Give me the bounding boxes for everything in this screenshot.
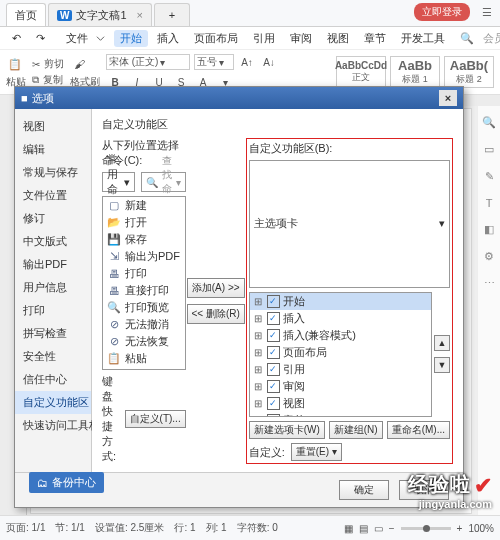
expand-icon[interactable]: ⊞ [254, 347, 264, 358]
more-icon[interactable]: ⋯ [484, 277, 495, 290]
menu-insert[interactable]: 插入 [151, 30, 185, 47]
command-item[interactable]: ⊘无法撤消 [103, 316, 185, 333]
command-search[interactable]: 🔍查找命令▾ [141, 172, 186, 192]
style-h1[interactable]: AaBb标题 1 [390, 56, 440, 88]
command-item[interactable]: 🖶打印 [103, 265, 185, 282]
menu-file[interactable]: 文件 [54, 29, 111, 48]
ok-button[interactable]: 确定 [339, 480, 389, 500]
move-down-button[interactable]: ▼ [434, 357, 450, 373]
tree-item[interactable]: ⊞✓引用 [250, 361, 431, 378]
checkbox[interactable]: ✓ [267, 397, 280, 410]
history-fwd-icon[interactable]: ↷ [30, 31, 51, 46]
text-icon[interactable]: T [486, 197, 493, 209]
paste-icon[interactable]: 📋 [6, 55, 24, 73]
expand-icon[interactable]: ⊞ [254, 415, 264, 418]
checkbox[interactable]: ✓ [267, 329, 280, 342]
expand-icon[interactable]: ⊞ [254, 381, 264, 392]
select-icon[interactable]: ▭ [484, 143, 494, 156]
checkbox[interactable]: ✓ [267, 414, 280, 418]
status-page[interactable]: 页面: 1/1 [6, 521, 45, 535]
new-tab-button[interactable]: 新建选项卡(W) [249, 421, 325, 439]
font-name-dropdown[interactable]: 宋体 (正文)▾ [106, 54, 190, 70]
tab-document[interactable]: W 文字文稿1 × [48, 3, 152, 26]
command-item[interactable]: 🔍打印预览 [103, 299, 185, 316]
command-item[interactable]: 🖶直接打印 [103, 282, 185, 299]
nav-item[interactable]: 用户信息 [15, 276, 91, 299]
dialog-titlebar[interactable]: ■ 选项 × [15, 87, 463, 109]
ribbon-tree[interactable]: ⊞✓开始⊞✓插入⊞✓插入(兼容模式)⊞✓页面布局⊞✓引用⊞✓审阅⊞✓视图⊞✓章节… [249, 292, 432, 418]
zoom-value[interactable]: 100% [468, 523, 494, 534]
cut-icon[interactable]: ✂ [32, 59, 40, 70]
expand-icon[interactable]: ⊞ [254, 296, 264, 307]
history-back-icon[interactable]: ↶ [6, 31, 27, 46]
login-button[interactable]: 立即登录 [414, 3, 470, 21]
zoom-out-icon[interactable]: − [389, 523, 395, 534]
checkbox[interactable]: ✓ [267, 295, 280, 308]
menu-layout[interactable]: 页面布局 [188, 30, 244, 47]
view-print-icon[interactable]: ▦ [344, 523, 353, 534]
magnify-icon[interactable]: 🔍 [482, 116, 496, 129]
menu-dev[interactable]: 开发工具 [395, 30, 451, 47]
nav-item[interactable]: 自定义功能区 [15, 391, 91, 414]
command-item[interactable]: ⇲输出为PDF [103, 248, 185, 265]
command-item[interactable]: ▢新建 [103, 197, 185, 214]
nav-item[interactable]: 常规与保存 [15, 161, 91, 184]
choose-from-combo[interactable]: 常用命令▾ [102, 172, 135, 192]
pen-icon[interactable]: ✎ [485, 170, 494, 183]
checkbox[interactable]: ✓ [267, 380, 280, 393]
tree-item[interactable]: ⊞✓章节 [250, 412, 431, 418]
nav-item[interactable]: 输出PDF [15, 253, 91, 276]
style-normal[interactable]: AaBbCcDd正文 [336, 56, 386, 88]
checkbox[interactable]: ✓ [267, 312, 280, 325]
rename-button[interactable]: 重命名(M)... [387, 421, 450, 439]
expand-icon[interactable]: ⊞ [254, 330, 264, 341]
tree-item[interactable]: ⊞✓页面布局 [250, 344, 431, 361]
nav-item[interactable]: 拼写检查 [15, 322, 91, 345]
remove-button[interactable]: << 删除(R) [187, 304, 245, 324]
font-size-dropdown[interactable]: 五号▾ [194, 54, 234, 70]
expand-icon[interactable]: ⊞ [254, 398, 264, 409]
menu-review[interactable]: 审阅 [284, 30, 318, 47]
command-item[interactable]: 💾保存 [103, 231, 185, 248]
zoom-in-icon[interactable]: + [457, 523, 463, 534]
tree-item[interactable]: ⊞✓视图 [250, 395, 431, 412]
nav-item[interactable]: 视图 [15, 115, 91, 138]
command-item[interactable]: ⊘无法恢复 [103, 333, 185, 350]
shrink-font-icon[interactable]: A↓ [260, 53, 278, 71]
settings-icon[interactable]: ⚙ [484, 250, 494, 263]
ribbon-combo[interactable]: 主选项卡▾ [249, 160, 450, 288]
nav-item[interactable]: 快速访问工具栏 [15, 414, 91, 437]
nav-item[interactable]: 编辑 [15, 138, 91, 161]
menu-view[interactable]: 视图 [321, 30, 355, 47]
checkbox[interactable]: ✓ [267, 363, 280, 376]
tree-item[interactable]: ⊞✓审阅 [250, 378, 431, 395]
move-up-button[interactable]: ▲ [434, 335, 450, 351]
commands-listbox[interactable]: ▢新建📂打开💾保存⇲输出为PDF🖶打印🖶直接打印🔍打印预览⊘无法撤消⊘无法恢复📋… [102, 196, 186, 370]
tab-home[interactable]: 首页 [6, 3, 46, 26]
tree-item[interactable]: ⊞✓插入(兼容模式) [250, 327, 431, 344]
menu-reference[interactable]: 引用 [247, 30, 281, 47]
checkbox[interactable]: ✓ [267, 346, 280, 359]
tree-item[interactable]: ⊞✓开始 [250, 293, 431, 310]
menu-search[interactable]: 🔍 会员专享、提索提索 [454, 30, 500, 47]
tab-add[interactable]: + [154, 3, 190, 26]
expand-icon[interactable]: ⊞ [254, 313, 264, 324]
menu-section[interactable]: 章节 [358, 30, 392, 47]
shape-icon[interactable]: ◧ [484, 223, 494, 236]
command-item[interactable]: 📋粘贴 [103, 350, 185, 367]
expand-icon[interactable]: ⊞ [254, 364, 264, 375]
view-read-icon[interactable]: ▤ [359, 523, 368, 534]
nav-item[interactable]: 打印 [15, 299, 91, 322]
copy-icon[interactable]: ⧉ [32, 74, 39, 86]
tree-item[interactable]: ⊞✓插入 [250, 310, 431, 327]
grow-font-icon[interactable]: A↑ [238, 53, 256, 71]
zoom-slider[interactable] [401, 527, 451, 530]
nav-item[interactable]: 中文版式 [15, 230, 91, 253]
view-web-icon[interactable]: ▭ [374, 523, 383, 534]
window-menu-icon[interactable]: ☰ [482, 6, 492, 19]
nav-item[interactable]: 安全性 [15, 345, 91, 368]
style-h2[interactable]: AaBb(标题 2 [444, 56, 494, 88]
customize-shortcut-button[interactable]: 自定义(T)... [125, 410, 186, 428]
format-painter-icon[interactable]: 🖌 [70, 55, 88, 73]
nav-item[interactable]: 信任中心 [15, 368, 91, 391]
